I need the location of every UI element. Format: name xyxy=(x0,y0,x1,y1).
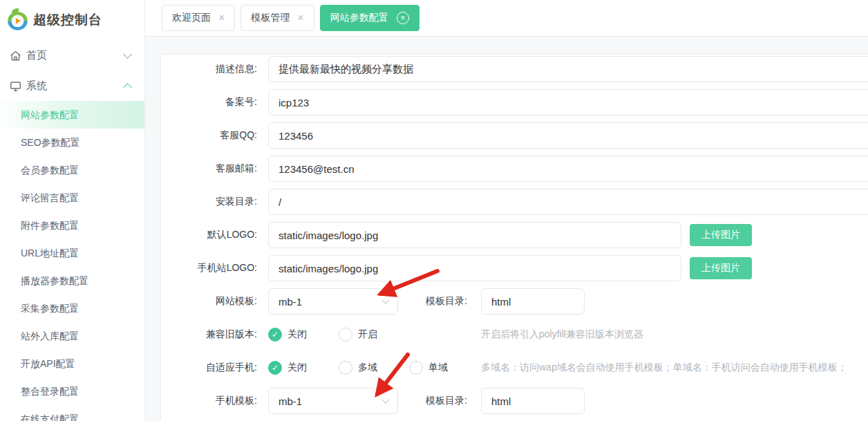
sidebar-item-open-api[interactable]: 开放API配置 xyxy=(0,350,144,377)
close-icon[interactable]: × xyxy=(397,12,409,24)
form-row-description: 描述信息: xyxy=(161,56,868,82)
radio-icon xyxy=(339,328,352,342)
radio-option-label: 关闭 xyxy=(287,362,307,374)
field-label: 自适应手机: xyxy=(161,362,257,374)
radio-checked-icon: ✓ xyxy=(268,328,282,342)
sidebar-section-home[interactable]: 首页 xyxy=(0,40,144,71)
form-row-icp-number: 备案号: xyxy=(161,89,868,115)
service-qq-input[interactable] xyxy=(268,122,868,149)
wap-template-select[interactable]: mb-1 xyxy=(268,388,398,414)
form-row-service-qq: 客服QQ: xyxy=(161,122,868,149)
chevron-down-icon xyxy=(381,296,389,303)
brand[interactable]: 超级控制台 xyxy=(0,0,144,39)
adaptive-mobile-option-1[interactable]: 多域 xyxy=(339,361,377,375)
field-label: 网站模板: xyxy=(161,295,257,308)
icp-number-input[interactable] xyxy=(268,89,868,115)
radio-icon xyxy=(409,361,423,375)
app-window: 超级控制台 首页系统网站参数配置SEO参数配置会员参数配置评论留言配置附件参数配… xyxy=(0,0,868,421)
chevron-down-icon xyxy=(381,395,389,403)
sidebar-item-player-params[interactable]: 播放器参数配置 xyxy=(0,267,144,294)
chevron-down-icon xyxy=(123,50,132,59)
tab-label: 模板管理 xyxy=(251,12,290,24)
field-label: 模板目录: xyxy=(420,395,467,407)
radio-option-label: 多域 xyxy=(358,362,377,374)
form-row-default-logo: 默认LOGO:上传图片 xyxy=(161,222,868,248)
sidebar-item-seo-params[interactable]: SEO参数配置 xyxy=(0,129,144,156)
wap-template-dir-input[interactable] xyxy=(481,388,585,414)
adaptive-mobile-options: ✓关闭多域单域 xyxy=(268,361,480,375)
tab-label: 欢迎页面 xyxy=(172,12,211,24)
form-row-wap-logo: 手机站LOGO:上传图片 xyxy=(161,255,868,281)
sidebar-section-label: 首页 xyxy=(26,49,124,62)
site-template-dir-input[interactable] xyxy=(481,288,585,315)
default-logo-input[interactable] xyxy=(268,222,681,248)
app-logo-icon xyxy=(5,7,30,32)
sidebar-item-integrated-login[interactable]: 整合登录配置 xyxy=(0,377,144,405)
adaptive-mobile-option-2[interactable]: 单域 xyxy=(409,361,448,375)
tab-template-manage[interactable]: 模板管理× xyxy=(240,5,314,31)
sidebar-item-url-config[interactable]: URL地址配置 xyxy=(0,239,144,267)
adaptive-mobile-option-0[interactable]: ✓关闭 xyxy=(268,361,307,375)
field-hint: 开启后将引入polyfill兼容旧版本浏览器 xyxy=(481,321,643,348)
form-row-adaptive-mobile: 自适应手机:✓关闭多域单域多域名：访问wap域名会自动使用手机模板；单域名：手机… xyxy=(161,355,868,381)
upload-image-button[interactable]: 上传图片 xyxy=(690,224,752,246)
radio-option-label: 开启 xyxy=(358,328,377,341)
field-label: 手机站LOGO: xyxy=(161,262,257,274)
close-icon[interactable]: × xyxy=(218,12,225,24)
sidebar-section-system[interactable]: 系统 xyxy=(0,71,144,101)
field-label: 安装目录: xyxy=(161,196,257,208)
sidebar-item-collect-params[interactable]: 采集参数配置 xyxy=(0,294,144,322)
site-template-select[interactable]: mb-1 xyxy=(268,288,398,315)
system-submenu: 网站参数配置SEO参数配置会员参数配置评论留言配置附件参数配置URL地址配置播放… xyxy=(0,101,144,421)
upload-image-button[interactable]: 上传图片 xyxy=(690,257,752,279)
tab-bar: 欢迎页面×模板管理×网站参数配置× xyxy=(145,0,868,37)
sidebar-item-online-payment[interactable]: 在线支付配置 xyxy=(0,405,144,421)
service-email-input[interactable] xyxy=(268,156,868,182)
form-row-site-template: 网站模板:mb-1模板目录: xyxy=(161,288,868,315)
field-label: 备案号: xyxy=(161,96,257,109)
field-label: 兼容旧版本: xyxy=(161,328,257,341)
form-row-service-email: 客服邮箱: xyxy=(161,156,868,182)
radio-option-label: 单域 xyxy=(428,362,448,374)
sidebar-item-comment-config[interactable]: 评论留言配置 xyxy=(0,184,144,212)
select-value: mb-1 xyxy=(279,296,302,308)
sidebar-section-label: 系统 xyxy=(26,79,124,93)
wap-logo-input[interactable] xyxy=(268,255,681,281)
compat-legacy-option-0[interactable]: ✓关闭 xyxy=(268,328,307,342)
form-row-wap-template: 手机模板:mb-1模板目录: xyxy=(161,388,868,414)
app-title: 超级控制台 xyxy=(33,11,102,29)
radio-checked-icon: ✓ xyxy=(268,361,282,375)
field-label: 模板目录: xyxy=(420,295,467,308)
settings-form: 描述信息:备案号:客服QQ:客服邮箱:安装目录:默认LOGO:上传图片手机站LO… xyxy=(161,56,868,421)
form-row-install-dir: 安装目录: xyxy=(161,189,868,215)
field-label: 描述信息: xyxy=(161,63,257,75)
monitor-icon xyxy=(9,79,22,93)
sidebar-item-member-params[interactable]: 会员参数配置 xyxy=(0,156,144,184)
close-icon[interactable]: × xyxy=(297,12,303,24)
main-area: 欢迎页面×模板管理×网站参数配置× 描述信息:备案号:客服QQ:客服邮箱:安装目… xyxy=(145,0,868,421)
sidebar-item-attachment-params[interactable]: 附件参数配置 xyxy=(0,212,144,239)
tab-welcome[interactable]: 欢迎页面× xyxy=(162,5,235,31)
chevron-up-icon xyxy=(123,83,132,92)
home-icon xyxy=(9,49,22,62)
tab-label: 网站参数配置 xyxy=(330,12,388,24)
sidebar-item-external-store[interactable]: 站外入库配置 xyxy=(0,322,144,350)
compat-legacy-options: ✓关闭开启 xyxy=(268,328,409,342)
select-value: mb-1 xyxy=(279,395,302,407)
settings-panel: 描述信息:备案号:客服QQ:客服邮箱:安装目录:默认LOGO:上传图片手机站LO… xyxy=(160,54,868,421)
radio-icon xyxy=(339,361,352,375)
radio-option-label: 关闭 xyxy=(287,328,307,341)
form-row-compat-legacy: 兼容旧版本:✓关闭开启开启后将引入polyfill兼容旧版本浏览器 xyxy=(161,321,868,348)
description-input[interactable] xyxy=(268,56,868,82)
field-label: 手机模板: xyxy=(161,395,257,407)
tab-site-params[interactable]: 网站参数配置× xyxy=(320,5,419,31)
sidebar-nav: 首页系统网站参数配置SEO参数配置会员参数配置评论留言配置附件参数配置URL地址… xyxy=(0,39,144,421)
install-dir-input[interactable] xyxy=(268,189,868,215)
sidebar: 超级控制台 首页系统网站参数配置SEO参数配置会员参数配置评论留言配置附件参数配… xyxy=(0,0,145,421)
field-label: 客服QQ: xyxy=(161,129,257,142)
compat-legacy-option-1[interactable]: 开启 xyxy=(339,328,377,342)
content-background: 描述信息:备案号:客服QQ:客服邮箱:安装目录:默认LOGO:上传图片手机站LO… xyxy=(145,37,868,421)
field-hint: 多域名：访问wap域名会自动使用手机模板；单域名：手机访问会自动使用手机模板； xyxy=(481,355,847,381)
field-label: 客服邮箱: xyxy=(161,162,257,175)
sidebar-item-site-params[interactable]: 网站参数配置 xyxy=(0,101,144,129)
